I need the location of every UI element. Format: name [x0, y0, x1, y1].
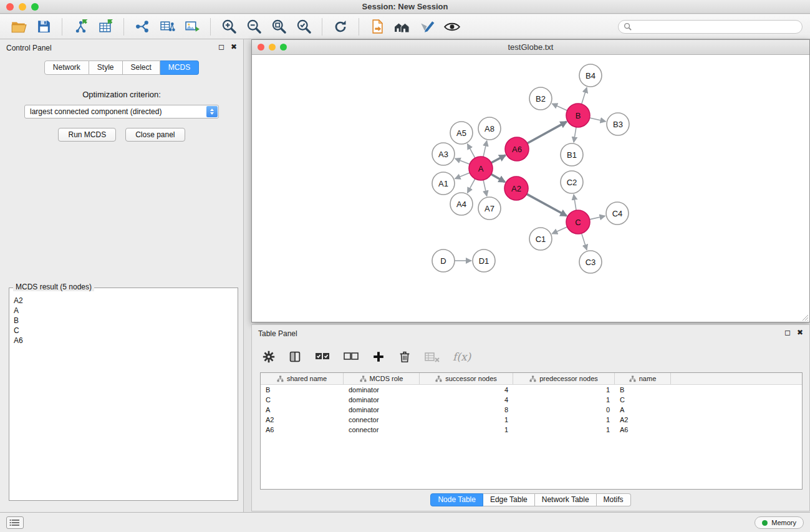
graph-edge-A-A8[interactable] — [483, 141, 487, 157]
table-cell[interactable]: 1 — [513, 386, 615, 394]
table-cell[interactable]: A — [261, 406, 344, 414]
table-row[interactable]: Adominator80A — [261, 405, 802, 415]
column-header-shared-name[interactable]: shared name — [261, 373, 344, 384]
graph-edge-C-C3[interactable] — [582, 233, 587, 250]
refresh-button[interactable] — [329, 16, 352, 37]
tab-style[interactable]: Style — [89, 60, 123, 75]
table-cell[interactable]: 0 — [513, 406, 615, 414]
table-cell[interactable]: A6 — [615, 426, 671, 433]
table-cell[interactable]: B — [261, 386, 344, 394]
table-cell[interactable]: C — [615, 396, 671, 404]
close-window-button[interactable] — [6, 3, 14, 11]
network-window-titlebar[interactable]: testGlobe.txt — [252, 40, 809, 55]
tab-node-table[interactable]: Node Table — [430, 493, 483, 506]
mcds-result-item[interactable]: C — [14, 326, 233, 336]
run-mcds-button[interactable]: Run MCDS — [58, 128, 116, 142]
table-settings-button[interactable] — [262, 350, 276, 364]
table-cell[interactable]: A2 — [261, 416, 344, 423]
home-button[interactable] — [391, 16, 413, 37]
open-document-button[interactable] — [366, 16, 388, 37]
network-minimize-button[interactable] — [269, 44, 276, 51]
column-selector-button[interactable] — [288, 350, 302, 364]
table-cell[interactable]: 1 — [513, 396, 615, 404]
zoom-in-button[interactable] — [218, 16, 240, 37]
graph-edge-A-A6[interactable] — [491, 155, 506, 163]
graph-edge-B-B2[interactable] — [552, 104, 567, 110]
import-network-button[interactable] — [69, 16, 92, 37]
export-image-button[interactable] — [181, 16, 203, 37]
graph-edge-A-A7[interactable] — [483, 180, 487, 196]
delete-column-button[interactable] — [398, 350, 412, 364]
show-hide-button[interactable] — [441, 16, 463, 37]
graph-edge-B-B1[interactable] — [574, 127, 576, 142]
table-row[interactable]: A6connector11A6 — [261, 425, 802, 435]
graph-edge-A-A4[interactable] — [468, 179, 475, 193]
search-box[interactable] — [618, 20, 803, 34]
table-cell[interactable]: C — [261, 396, 344, 404]
tab-select[interactable]: Select — [123, 60, 160, 75]
mcds-result-item[interactable]: A — [14, 306, 233, 316]
graph-edge-C-C2[interactable] — [574, 195, 576, 210]
criterion-dropdown[interactable]: largest connected component (directed) — [24, 105, 219, 118]
float-panel-icon[interactable]: ◻ — [784, 328, 791, 337]
column-header-mcds-role[interactable]: MCDS role — [344, 373, 420, 384]
function-builder-button[interactable]: f(x) — [453, 351, 471, 363]
table-cell[interactable]: A2 — [615, 416, 671, 423]
float-panel-icon[interactable]: ◻ — [218, 42, 224, 51]
zoom-selected-button[interactable] — [292, 16, 315, 37]
table-cell[interactable]: 8 — [420, 406, 513, 414]
table-cell[interactable]: 1 — [513, 426, 615, 433]
graph-edge-C-C1[interactable] — [552, 227, 567, 234]
mcds-result-item[interactable]: A2 — [14, 296, 233, 306]
deselect-all-button[interactable] — [343, 351, 359, 363]
table-cell[interactable]: 1 — [420, 426, 513, 433]
table-cell[interactable]: A — [615, 406, 671, 414]
network-canvas[interactable]: AA6A2BCA5A8A3A1A4A7B4B2B3B1C2C4C1C3DD1 — [252, 55, 809, 322]
graph-edge-A-A2[interactable] — [491, 174, 505, 181]
table-row[interactable]: A2connector11A2 — [261, 415, 802, 425]
graph-edge-A-A1[interactable] — [455, 173, 470, 179]
table-cell[interactable]: 1 — [513, 416, 615, 423]
close-panel-button[interactable]: Close panel — [125, 128, 185, 142]
table-cell[interactable]: connector — [344, 426, 420, 433]
add-column-button[interactable] — [372, 350, 385, 364]
graph-edge-A-A3[interactable] — [455, 158, 470, 164]
new-table-button[interactable] — [156, 16, 178, 37]
close-panel-icon[interactable]: ✖ — [797, 328, 803, 337]
graph-edge-C-C4[interactable] — [590, 216, 605, 220]
mcds-result-item[interactable]: B — [14, 316, 233, 326]
table-row[interactable]: Cdominator41C — [261, 395, 802, 405]
annotation-mode-button[interactable] — [416, 16, 438, 37]
tab-mcds[interactable]: MCDS — [160, 60, 199, 75]
table-cell[interactable]: dominator — [344, 406, 420, 414]
select-all-button[interactable] — [314, 351, 330, 363]
maximize-window-button[interactable] — [31, 3, 39, 11]
table-cell[interactable]: 4 — [420, 386, 513, 394]
network-maximize-button[interactable] — [280, 44, 287, 51]
task-history-button[interactable] — [6, 516, 24, 529]
table-cell[interactable]: 4 — [420, 396, 513, 404]
table-cell[interactable]: dominator — [344, 396, 420, 404]
tab-motifs[interactable]: Motifs — [597, 493, 631, 506]
zoom-fit-button[interactable] — [268, 16, 290, 37]
tab-network-table[interactable]: Network Table — [535, 493, 597, 506]
memory-button[interactable]: Memory — [755, 516, 804, 529]
table-row[interactable]: Bdominator41B — [261, 385, 802, 395]
search-input[interactable] — [635, 22, 797, 31]
table-cell[interactable]: A6 — [261, 426, 344, 433]
network-close-button[interactable] — [258, 44, 264, 51]
graph-edge-A2-C[interactable] — [527, 194, 567, 216]
minimize-window-button[interactable] — [19, 3, 26, 11]
table-cell[interactable]: dominator — [344, 386, 420, 394]
save-session-button[interactable] — [32, 16, 55, 37]
open-session-button[interactable] — [7, 16, 30, 37]
zoom-out-button[interactable] — [243, 16, 265, 37]
mcds-result-item[interactable]: A6 — [14, 336, 233, 346]
table-cell[interactable]: B — [615, 386, 671, 394]
tab-network[interactable]: Network — [44, 60, 89, 75]
tab-edge-table[interactable]: Edge Table — [483, 493, 535, 506]
column-header-predecessor-nodes[interactable]: predecessor nodes — [513, 373, 615, 384]
table-cell[interactable]: 1 — [420, 416, 513, 423]
column-header-successor-nodes[interactable]: successor nodes — [420, 373, 513, 384]
resize-grip-icon[interactable] — [801, 314, 809, 321]
